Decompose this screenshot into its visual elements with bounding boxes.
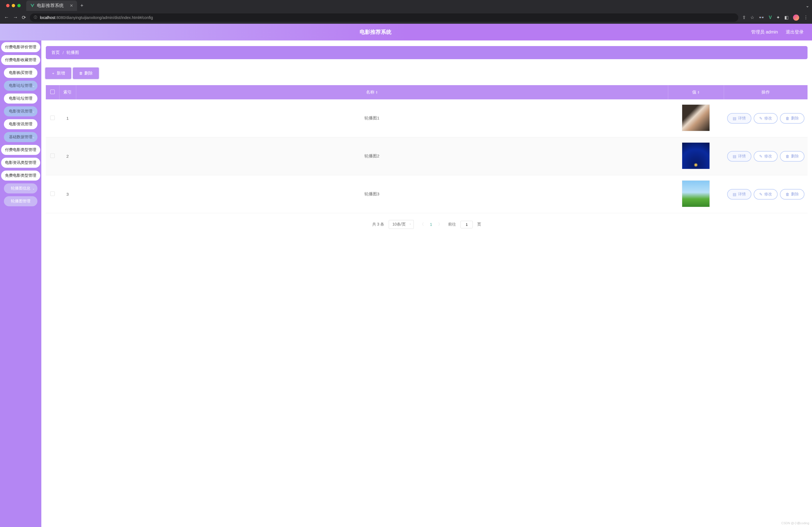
- breadcrumb-separator: /: [62, 50, 64, 55]
- breadcrumb-current: 轮播图: [67, 50, 79, 55]
- current-user[interactable]: 管理员 admin: [751, 29, 778, 35]
- sidebar-item-forum[interactable]: 电影论坛管理: [4, 93, 38, 104]
- add-button[interactable]: ＋新增: [46, 68, 71, 78]
- detail-button[interactable]: ▤详情: [727, 151, 751, 162]
- row-delete-button[interactable]: 🗑删除: [780, 189, 804, 200]
- action-bar: ＋新增 🗑删除: [46, 68, 808, 78]
- sidebar-group-news[interactable]: 电影资讯管理⌄: [4, 106, 38, 116]
- table-row: 2 轮播图2 ▤详情 ✎修改 🗑删除: [46, 137, 808, 175]
- cell-index: 3: [59, 175, 76, 213]
- side-panel-icon[interactable]: ◧: [784, 15, 788, 20]
- chevron-down-icon: ⌄: [32, 136, 34, 139]
- edit-button[interactable]: ✎修改: [754, 189, 778, 200]
- table-row: 3 轮播图3 ▤详情 ✎修改 🗑删除: [46, 175, 808, 213]
- back-button[interactable]: ←: [4, 15, 9, 20]
- chevron-down-icon: ⌄: [409, 222, 411, 225]
- prev-page-button[interactable]: 〈: [418, 222, 425, 227]
- share-icon[interactable]: ⇪: [742, 15, 746, 20]
- sidebar-item-purchase[interactable]: 电影购买管理: [4, 68, 38, 78]
- reload-button[interactable]: ⟳: [22, 15, 26, 21]
- trash-icon: 🗑: [785, 116, 789, 121]
- row-checkbox[interactable]: [50, 191, 55, 196]
- table-row: 1 轮播图1 ▤详情 ✎修改 🗑删除: [46, 99, 808, 137]
- app-title: 电影推荐系统: [0, 28, 751, 36]
- sidebar-group-forum[interactable]: 电影论坛管理⌄: [4, 80, 38, 91]
- page-size-select[interactable]: 10条/页⌄: [389, 220, 414, 229]
- col-ops: 操作: [724, 85, 808, 99]
- logout-button[interactable]: 退出登录: [786, 29, 803, 35]
- bookmark-icon[interactable]: ☆: [750, 15, 754, 20]
- sidebar-group-carousel[interactable]: 轮播图信息⌄: [4, 184, 38, 193]
- detail-button[interactable]: ▤详情: [727, 189, 751, 200]
- browser-chrome: 电影推荐系统 ✕ + ⌄ ← → ⟳ ⓘ localhost:8080/dian…: [0, 0, 812, 24]
- url-bar[interactable]: ⓘ localhost:8080/dianyingtuijianxitong/a…: [30, 13, 738, 22]
- site-info-icon[interactable]: ⓘ: [34, 15, 37, 20]
- vue-devtools-icon[interactable]: V: [769, 15, 772, 20]
- current-page[interactable]: 1: [430, 222, 432, 226]
- edit-icon: ✎: [759, 192, 763, 196]
- new-tab-button[interactable]: +: [81, 3, 84, 9]
- chevron-down-icon: ⌄: [32, 187, 34, 190]
- sidebar-item-paid-favorite[interactable]: 付费电影收藏管理: [1, 55, 40, 65]
- sidebar-item-paid-review[interactable]: 付费电影评价管理: [1, 42, 40, 52]
- profile-avatar[interactable]: [793, 15, 799, 21]
- row-delete-button[interactable]: 🗑删除: [780, 151, 804, 162]
- menu-icon[interactable]: ⋮: [803, 15, 808, 20]
- row-delete-button[interactable]: 🗑删除: [780, 113, 804, 124]
- edit-icon: ✎: [759, 154, 763, 159]
- sidebar-group-basedata[interactable]: 基础数据管理⌄: [4, 132, 38, 142]
- header-right: 管理员 admin 退出登录: [751, 29, 812, 35]
- url-host: localhost: [40, 15, 55, 20]
- window-close-button[interactable]: [6, 4, 10, 7]
- goto-prefix: 前往: [448, 222, 456, 227]
- cell-name: 轮播图3: [76, 175, 668, 213]
- sidebar-item-carousel-manage[interactable]: 轮播图管理: [4, 196, 38, 206]
- read-mode-icon[interactable]: 👓: [759, 15, 764, 20]
- document-icon: ▤: [733, 116, 736, 121]
- sidebar-item-free-type[interactable]: 免费电影类型管理: [1, 171, 40, 180]
- tab-close-icon[interactable]: ✕: [70, 3, 73, 8]
- edit-button[interactable]: ✎修改: [754, 113, 778, 124]
- url-port: :8080: [55, 15, 65, 20]
- cell-index: 2: [59, 137, 76, 175]
- tabs-dropdown-icon[interactable]: ⌄: [806, 3, 809, 9]
- chevron-down-icon: ⌄: [32, 84, 34, 87]
- trash-icon: 🗑: [79, 71, 83, 75]
- col-name[interactable]: 名称▲▼: [76, 85, 668, 99]
- detail-button[interactable]: ▤详情: [727, 113, 751, 124]
- trash-icon: 🗑: [785, 192, 789, 196]
- pagination: 共 3 条 10条/页⌄ 〈 1 〉 前往 页: [46, 220, 808, 229]
- delete-button[interactable]: 🗑删除: [73, 68, 98, 78]
- window-maximize-button[interactable]: [17, 4, 21, 7]
- col-checkbox: [46, 85, 59, 99]
- carousel-thumbnail[interactable]: [682, 104, 710, 131]
- total-count: 共 3 条: [372, 222, 385, 227]
- chevron-down-icon: ⌄: [32, 110, 34, 113]
- main-content: 首页 / 轮播图 ＋新增 🗑删除 索引 名称▲▼ 值▲▼ 操作 1: [41, 41, 812, 527]
- carousel-thumbnail[interactable]: [682, 142, 710, 169]
- breadcrumb: 首页 / 轮播图: [46, 46, 808, 59]
- cell-name: 轮播图2: [76, 137, 668, 175]
- row-checkbox[interactable]: [50, 153, 55, 158]
- col-value[interactable]: 值▲▼: [668, 85, 724, 99]
- row-checkbox[interactable]: [50, 116, 55, 120]
- goto-page-input[interactable]: [461, 221, 473, 228]
- select-all-checkbox[interactable]: [50, 90, 55, 94]
- col-index: 索引: [59, 85, 76, 99]
- forward-button[interactable]: →: [13, 15, 18, 20]
- traffic-lights: [3, 4, 24, 7]
- window-minimize-button[interactable]: [12, 4, 15, 7]
- sort-icon: ▲▼: [697, 91, 700, 94]
- breadcrumb-home[interactable]: 首页: [52, 50, 60, 55]
- extensions-icon[interactable]: ✦: [776, 15, 780, 20]
- table-header-row: 索引 名称▲▼ 值▲▼ 操作: [46, 85, 808, 99]
- browser-tab[interactable]: 电影推荐系统 ✕: [26, 1, 77, 11]
- sidebar-item-news[interactable]: 电影资讯管理: [4, 119, 38, 129]
- carousel-thumbnail[interactable]: [682, 180, 710, 207]
- sidebar-item-news-type[interactable]: 电影资讯类型管理: [1, 158, 40, 168]
- sidebar-item-paid-type[interactable]: 付费电影类型管理: [1, 145, 40, 155]
- next-page-button[interactable]: 〉: [436, 222, 444, 227]
- edit-button[interactable]: ✎修改: [754, 151, 778, 162]
- document-icon: ▤: [733, 154, 736, 159]
- tab-title: 电影推荐系统: [37, 3, 64, 9]
